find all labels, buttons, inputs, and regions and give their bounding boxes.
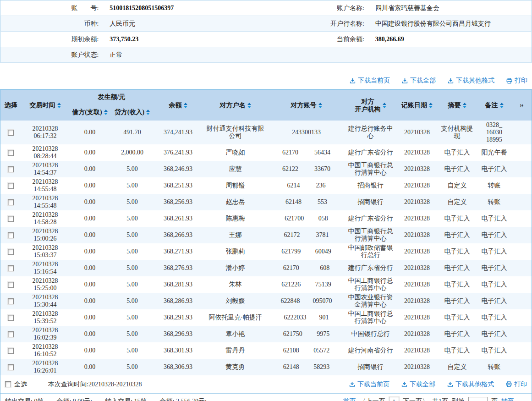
cell-credit: 5.00 (110, 194, 154, 210)
cell-balance: 368,286.93 (154, 293, 202, 309)
table-row: 20210328 16:02:390.005.00368,296.93覃小艳62… (0, 326, 532, 342)
row-checkbox[interactable] (8, 216, 14, 222)
print-icon (506, 381, 512, 387)
cell-posting-date: 20210328 (397, 260, 437, 276)
col-header-transaction-time[interactable]: 交易时间 (21, 90, 69, 121)
table-header: 选择 交易时间 发生额/元 余额 对方户名 对方账号 对方 开户机构 记账日期 … (0, 90, 532, 121)
sort-icon[interactable] (429, 103, 433, 108)
row-checkbox-cell (0, 177, 21, 194)
download-current-page-link[interactable]: 下载当前页 (349, 380, 389, 389)
cell-counterparty-account: 6222033 901 (269, 309, 344, 326)
cell-counterparty-name: 赵忠岳 (202, 194, 269, 210)
cell-summary: 电子汇入 (437, 276, 477, 293)
cell-debit: 0.00 (69, 276, 110, 293)
cell-counterparty-bank: 中国工商银行总行清算中心 (344, 276, 397, 293)
download-other-format-link[interactable]: 下载其他格式 (447, 380, 494, 389)
cell-remark: 电子汇入 (477, 243, 511, 260)
row-checkbox[interactable] (8, 282, 14, 288)
download-icon (349, 381, 355, 387)
row-checkbox[interactable] (8, 348, 14, 354)
print-link[interactable]: 打印 (506, 77, 527, 85)
cell-posting-date: 20210328 (397, 161, 437, 177)
row-checkbox[interactable] (8, 232, 14, 238)
cell-counterparty-account: 62170 56434 (269, 144, 344, 161)
cell-counterparty-bank: 招商银行 (344, 359, 397, 375)
cell-more (511, 177, 532, 194)
bank-name-label: 开户行名称: (266, 16, 370, 32)
row-checkbox[interactable] (8, 331, 14, 337)
download-all-link[interactable]: 下载全部 (402, 77, 436, 85)
sort-icon[interactable] (57, 103, 61, 108)
col-header-debit[interactable]: 借方(支取) (69, 104, 110, 121)
table-footer: 全选 本次查询时间:20210328-20210328 下载当前页 下载全部 下… (0, 375, 532, 394)
col-header-credit[interactable]: 贷方(收入) (110, 104, 154, 121)
col-header-posting-date[interactable]: 记账日期 (397, 90, 437, 121)
cell-debit: 0.00 (69, 161, 110, 177)
col-header-remark[interactable]: 备注 (477, 90, 511, 121)
prev-page-link[interactable]: 〈上一页 (360, 397, 385, 401)
row-checkbox[interactable] (8, 364, 14, 370)
cell-counterparty-bank: 建行广东省分行 (344, 144, 397, 161)
sort-icon[interactable] (383, 103, 386, 108)
goto-page-input[interactable] (468, 397, 488, 401)
cell-credit: 5.00 (110, 309, 154, 326)
row-checkbox[interactable] (8, 130, 14, 136)
sort-icon[interactable] (500, 103, 504, 108)
cell-summary: 自定义 (437, 194, 477, 210)
cell-summary: 电子汇入 (437, 342, 477, 359)
cell-counterparty-account: 243300133 (269, 121, 344, 144)
sort-icon[interactable] (318, 103, 322, 108)
row-checkbox[interactable] (8, 298, 14, 304)
row-checkbox-cell (0, 276, 21, 293)
print-label: 打印 (515, 77, 527, 85)
row-checkbox[interactable] (8, 150, 14, 156)
sort-icon[interactable] (184, 103, 187, 108)
cell-counterparty-name: 刘毅媛 (202, 293, 269, 309)
row-checkbox[interactable] (8, 166, 14, 172)
col-header-summary[interactable]: 摘要 (437, 90, 477, 121)
print-link[interactable]: 打印 (506, 380, 527, 389)
download-other-format-link[interactable]: 下载其他格式 (448, 77, 494, 85)
col-header-counterparty-name[interactable]: 对方户名 (202, 90, 269, 121)
row-checkbox-cell (0, 161, 21, 177)
col-header-balance[interactable]: 余额 (154, 90, 202, 121)
query-time-text: 本次查询时间:20210328-20210328 (48, 380, 142, 389)
row-checkbox-cell (0, 260, 21, 276)
download-current-page-link[interactable]: 下载当前页 (350, 77, 390, 85)
cell-posting-date: 20210328 (397, 326, 437, 342)
cell-counterparty-bank: 招商银行 (344, 177, 397, 194)
cell-summary: 支付机构提现 (437, 121, 477, 144)
cell-counterparty-account: 62148 553 (269, 194, 344, 210)
sort-icon[interactable] (247, 103, 251, 108)
cell-debit: 0.00 (69, 177, 110, 194)
row-checkbox[interactable] (8, 265, 14, 271)
next-page-link[interactable]: 下一页〉 (403, 397, 428, 401)
cell-counterparty-bank: 中国工商银行总行清算中心 (344, 161, 397, 177)
sort-icon[interactable] (104, 110, 108, 115)
current-page-box[interactable]: 1 (389, 397, 400, 401)
goto-page-button[interactable]: 转至 (501, 397, 514, 401)
row-checkbox[interactable] (8, 249, 14, 255)
sort-icon[interactable] (463, 103, 466, 108)
table-row: 20210328 15:30:440.005.00368,286.93刘毅媛62… (0, 293, 532, 309)
cell-transaction-time: 20210328 16:10:52 (21, 342, 69, 359)
cell-counterparty-name: 应慧 (202, 161, 269, 177)
col-header-counterparty-account[interactable]: 对方账号 (269, 90, 344, 121)
first-page-link[interactable]: 首页 (343, 397, 356, 401)
cell-summary: 电子汇入 (437, 243, 477, 260)
row-checkbox[interactable] (8, 199, 14, 205)
download-all-link[interactable]: 下载全部 (401, 380, 435, 389)
cell-counterparty-bank: 建行广东省分行 (344, 210, 397, 227)
more-columns-chevron-icon[interactable]: ›› (511, 90, 532, 121)
col-header-counterparty-bank[interactable]: 对方 开户机构 (344, 90, 397, 121)
select-all-checkbox[interactable] (5, 381, 11, 387)
cell-counterparty-name: 黄克勇 (202, 359, 269, 375)
cell-counterparty-account: 621226 75139 (269, 276, 344, 293)
table-row: 20210328 14:55:480.005.00368,251.93周郁镒62… (0, 177, 532, 194)
table-row: 20210328 14:54:370.005.00368,246.93应慧621… (0, 161, 532, 177)
table-row: 20210328 15:39:520.005.00368,291.93阿依托里克… (0, 309, 532, 326)
row-checkbox[interactable] (8, 315, 14, 321)
sort-icon[interactable] (146, 110, 150, 115)
cell-counterparty-account: 621799 60049 (269, 243, 344, 260)
row-checkbox[interactable] (8, 183, 14, 189)
